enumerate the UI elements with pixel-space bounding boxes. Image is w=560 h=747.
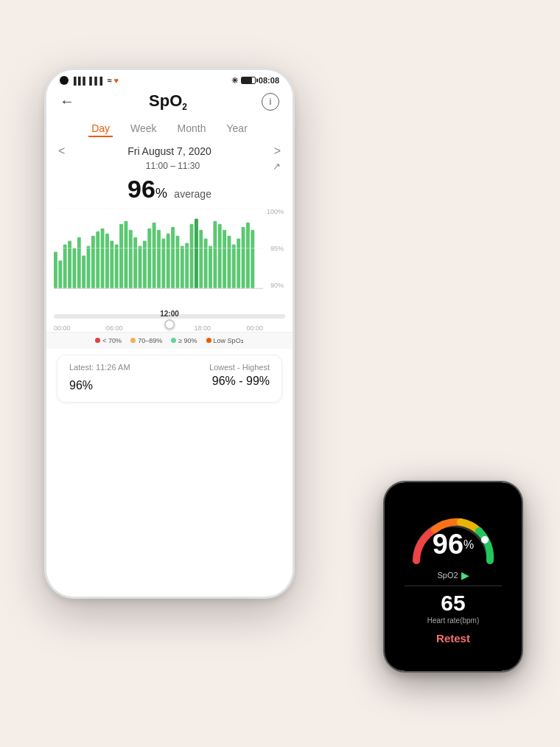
svg-rect-38 xyxy=(232,244,236,288)
tab-month[interactable]: Month xyxy=(175,121,209,137)
legend-item-mid: 70–89% xyxy=(130,337,162,344)
svg-rect-25 xyxy=(171,227,175,288)
legend-label-low: < 70% xyxy=(102,337,122,344)
watch: 96% SpO2 ▶ 65 Heart rate(bpm) Retest xyxy=(383,481,523,673)
signal-icon-2: ▌▌▌ xyxy=(89,77,105,85)
time-range-row: 11:00 – 11:30 ↗ xyxy=(46,159,293,173)
svg-rect-27 xyxy=(181,246,184,288)
svg-rect-2 xyxy=(63,244,67,288)
svg-rect-32 xyxy=(204,239,208,288)
info-button[interactable]: i xyxy=(262,93,279,111)
svg-rect-42 xyxy=(251,230,254,288)
svg-rect-33 xyxy=(209,246,212,288)
svg-rect-18 xyxy=(139,246,142,288)
spo2-label-row: SpO2 ▶ xyxy=(437,569,469,581)
svg-rect-20 xyxy=(147,229,151,288)
watch-divider xyxy=(405,586,503,586)
camera-dot xyxy=(60,76,69,85)
stat-latest: Latest: 11:26 AM 96% xyxy=(69,363,130,395)
average-row: 96% average xyxy=(46,173,293,208)
tab-day[interactable]: Day xyxy=(88,121,113,137)
expand-icon[interactable]: ↗ xyxy=(273,161,281,172)
stat-latest-value: 96% xyxy=(69,372,93,395)
svg-rect-8 xyxy=(91,236,95,288)
svg-rect-23 xyxy=(161,239,165,288)
legend-item-high: ≥ 90% xyxy=(171,337,197,344)
svg-rect-29 xyxy=(190,224,194,288)
legend-dot-orange xyxy=(130,338,136,343)
timeline-bar[interactable]: 12:00 xyxy=(54,314,285,319)
svg-rect-37 xyxy=(228,236,231,288)
svg-rect-0 xyxy=(54,251,57,288)
tabs-container: Day Week Month Year xyxy=(46,118,293,143)
svg-rect-21 xyxy=(153,223,156,288)
svg-rect-31 xyxy=(199,230,203,288)
scene: ▌▌▌ ▌▌▌ ≈ ♥ ✳ 08:08 ← SpO2 i xyxy=(29,53,531,695)
time-display: 08:08 xyxy=(259,76,279,85)
svg-rect-24 xyxy=(167,234,170,288)
signal-icon: ▌▌▌ xyxy=(74,77,87,85)
tab-week[interactable]: Week xyxy=(127,121,160,137)
timeline: 12:00 00:00 06:00 18:00 00:00 xyxy=(54,304,285,332)
svg-rect-5 xyxy=(77,237,81,288)
time-06-00: 06:00 xyxy=(106,324,123,332)
y-label-100: 100% xyxy=(267,208,284,215)
heart-icon: ♥ xyxy=(114,76,119,85)
stat-latest-label: Latest: 11:26 AM xyxy=(69,363,130,372)
y-label-90: 90% xyxy=(270,282,284,289)
app-title: SpO2 xyxy=(149,91,187,112)
timeline-times: 00:00 06:00 18:00 00:00 xyxy=(54,324,263,332)
battery-indicator xyxy=(241,77,256,84)
stat-range-label: Lowest - Highest xyxy=(209,363,270,372)
svg-rect-36 xyxy=(223,230,226,288)
time-18-00: 18:00 xyxy=(194,324,211,332)
wifi-icon: ≈ xyxy=(108,76,112,85)
spo2-arrow[interactable]: ▶ xyxy=(461,569,469,581)
heart-rate-label: Heart rate(bpm) xyxy=(427,616,480,625)
legend-dot-green xyxy=(171,338,176,343)
cursor-label: 12:00 xyxy=(160,310,179,318)
svg-rect-13 xyxy=(115,244,119,288)
chart-y-labels: 100% 95% 90% xyxy=(263,208,285,289)
gauge-number: 96 xyxy=(433,528,463,559)
legend-dot-orange-low xyxy=(206,338,211,343)
svg-rect-4 xyxy=(72,248,76,288)
watch-screen: 96% SpO2 ▶ 65 Heart rate(bpm) Retest xyxy=(385,482,522,671)
average-label: average xyxy=(174,188,211,200)
svg-point-47 xyxy=(481,536,489,543)
time-00-00-end: 00:00 xyxy=(246,324,263,332)
svg-rect-28 xyxy=(185,243,189,288)
svg-rect-40 xyxy=(242,227,245,288)
chart-area: 100% 95% 90% xyxy=(54,208,285,304)
bluetooth-icon: ✳ xyxy=(231,76,238,86)
tab-year[interactable]: Year xyxy=(224,121,251,137)
svg-rect-26 xyxy=(176,236,180,288)
next-date-button[interactable]: > xyxy=(274,145,281,158)
svg-rect-41 xyxy=(246,223,250,288)
prev-date-button[interactable]: < xyxy=(58,145,65,158)
legend-label-high: ≥ 90% xyxy=(178,337,197,344)
status-right: ✳ 08:08 xyxy=(231,76,279,86)
back-button[interactable]: ← xyxy=(60,93,74,110)
y-label-95: 95% xyxy=(270,245,284,252)
chart-svg xyxy=(54,208,263,289)
svg-rect-22 xyxy=(157,230,161,288)
watch-side-button[interactable] xyxy=(522,566,523,588)
status-left: ▌▌▌ ▌▌▌ ≈ ♥ xyxy=(60,76,119,85)
svg-rect-9 xyxy=(96,232,99,288)
gauge-percent: % xyxy=(463,538,474,551)
legend-label-spo2: Low SpO₂ xyxy=(214,337,244,344)
svg-rect-14 xyxy=(119,224,123,288)
gauge-value-text: 96% xyxy=(433,529,475,557)
heart-rate-value: 65 xyxy=(441,591,465,616)
svg-rect-43 xyxy=(195,219,198,288)
legend: < 70% 70–89% ≥ 90% Low SpO₂ xyxy=(46,332,293,349)
svg-rect-10 xyxy=(101,229,105,288)
time-range: 11:00 – 11:30 xyxy=(73,161,273,171)
svg-rect-39 xyxy=(237,239,240,288)
stat-range-value: 96% - 99% xyxy=(212,372,270,389)
retest-button[interactable]: Retest xyxy=(436,632,470,644)
stat-range: Lowest - Highest 96% - 99% xyxy=(209,363,270,395)
svg-rect-11 xyxy=(105,234,109,288)
legend-item-spo2: Low SpO₂ xyxy=(206,337,244,344)
